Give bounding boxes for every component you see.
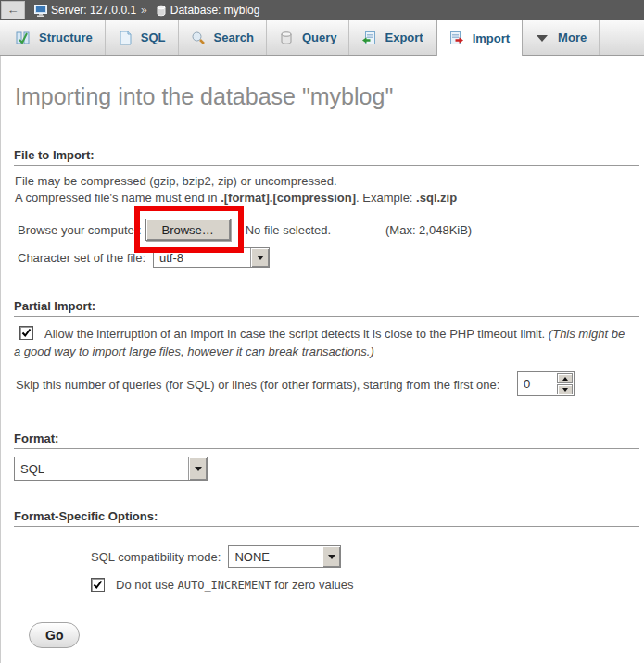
spin-up-button[interactable] [557,373,573,383]
tab-search[interactable]: Search [179,20,267,55]
import-icon [449,31,464,45]
structure-icon [16,31,31,45]
charset-selected-value: utf-8 [154,248,250,267]
max-upload-size: (Max: 2,048KiB) [385,223,472,237]
chevron-down-icon [250,248,269,267]
tab-label: Export [385,31,423,44]
skip-queries-value: 0 [518,372,557,395]
charset-label: Character set of the file: [18,251,145,265]
file-upload-row: Browse your computer: Browse… No file se… [18,217,331,243]
tab-sql[interactable]: SQL [106,20,179,55]
section-heading-partial-import: Partial Import: [14,299,639,317]
allow-interrupt-row: Allow the interruption of an import in c… [14,324,631,360]
charset-row: Character set of the file: utf-8 [18,246,270,269]
browse-button[interactable]: Browse… [145,219,231,241]
allow-interrupt-label: Allow the interruption of an import in c… [44,327,545,341]
server-icon [34,5,47,17]
auto-increment-label: Do not use AUTO_INCREMENT for zero value… [116,578,354,592]
tab-label: SQL [141,31,166,44]
tab-import[interactable]: Import [436,20,523,56]
tab-query[interactable]: Query [267,20,350,55]
sql-icon [118,31,133,45]
export-icon [361,31,376,45]
tab-label: Query [302,31,337,44]
skip-queries-row: Skip this number of queries (for SQL) or… [16,371,499,397]
skip-queries-input[interactable]: 0 [517,371,575,396]
sql-compatibility-value: NONE [229,546,322,567]
allow-interrupt-checkbox[interactable] [19,326,33,340]
chevron-down-icon [188,457,207,480]
back-button[interactable]: ← [1,1,25,19]
skip-queries-label: Skip this number of queries (for SQL) or… [16,378,499,392]
autoinc-prefix: Do not use [116,578,178,592]
line2-format-compression: .[format].[compression] [221,191,356,205]
sql-compatibility-row: SQL compatibility mode: NONE [91,544,341,569]
breadcrumb-separator: » [141,4,147,17]
tab-label: More [558,31,587,44]
compression-info-line1: File may be compressed (gzip, bzip2, zip… [15,174,337,188]
line2-example: .sql.zip [416,191,457,205]
section-heading-file-to-import: File to Import: [14,148,639,166]
phpmyadmin-import-page: ← Server: 127.0.0.1 » Database: myblog S… [0,0,644,663]
spin-down-button[interactable] [557,384,573,394]
chevron-down-icon [322,546,340,567]
compression-info-line2: A compressed file's name must end in .[f… [15,191,457,205]
database-icon [156,5,167,17]
line2-mid: . Example: [356,191,416,205]
auto-increment-checkbox[interactable] [91,578,105,592]
tab-label: Structure [39,31,93,44]
line2-prefix: A compressed file's name must end in [15,191,221,205]
format-selected-value: SQL [15,457,188,480]
go-button[interactable]: Go [29,622,80,648]
format-select[interactable]: SQL [14,457,208,481]
tab-export[interactable]: Export [349,20,436,55]
breadcrumb: ← Server: 127.0.0.1 » Database: myblog [0,0,644,20]
tab-structure[interactable]: Structure [4,20,106,55]
tab-label: Import [473,31,510,45]
page-title: Importing into the database "myblog" [15,83,393,110]
charset-select[interactable]: utf-8 [153,247,270,268]
breadcrumb-database[interactable]: Database: myblog [170,4,260,17]
sql-compatibility-label: SQL compatibility mode: [91,550,221,564]
main-content: Importing into the database "myblog" Fil… [0,56,643,663]
browse-label: Browse your computer: [18,223,142,237]
query-icon [279,31,294,45]
auto-increment-row: Do not use AUTO_INCREMENT for zero value… [91,576,354,593]
sql-compatibility-select[interactable]: NONE [228,545,341,568]
autoinc-code: AUTO_INCREMENT [178,579,271,592]
tab-bar: Structure SQL Search Query Export [0,20,644,56]
no-file-selected-text: No file selected. [246,223,332,237]
autoinc-suffix: for zero values [271,578,354,592]
search-icon [191,31,206,45]
chevron-down-icon [535,31,549,45]
tab-label: Search [214,31,254,44]
section-heading-format-specific-options: Format-Specific Options: [14,509,639,527]
breadcrumb-server[interactable]: Server: 127.0.0.1 [51,4,136,17]
section-heading-format: Format: [14,432,639,449]
tab-more[interactable]: More [523,20,600,55]
